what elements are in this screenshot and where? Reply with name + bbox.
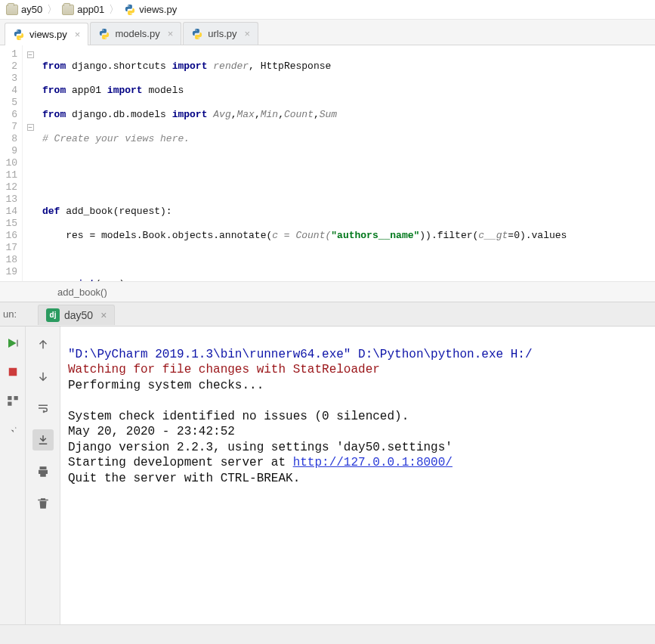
breadcrumb-item-app[interactable]: app01 [59,4,107,15]
console-line: "D:\PyCharm 2019.1.3\bin\runnerw64.exe" … [68,348,533,361]
console-line: System check identified no issues (0 sil… [68,410,409,423]
close-icon[interactable]: × [245,28,251,39]
run-panel: "D:\PyCharm 2019.1.3\bin\runnerw64.exe" … [0,327,655,624]
python-file-icon [124,4,136,16]
rerun-button[interactable] [2,333,23,354]
status-bar [0,624,655,644]
breadcrumb-label: ay50 [21,4,42,15]
svg-rect-3 [8,402,11,406]
close-icon[interactable]: × [168,28,174,39]
run-side-toolbar-left [0,327,26,624]
folder-icon [62,5,74,15]
trash-button[interactable] [32,493,54,514]
run-title: un: [0,302,38,326]
arrow-down-button[interactable] [32,366,54,387]
run-side-toolbar-right [26,327,60,624]
fold-marker-icon[interactable]: − [27,124,34,131]
close-icon[interactable]: × [75,29,81,40]
breadcrumb-item-project[interactable]: ay50 [3,4,45,15]
breadcrumb-item-file[interactable]: views.py [121,4,180,16]
context-label: add_book() [57,286,107,298]
print-button[interactable] [32,461,54,482]
code-area[interactable]: from django.shortcuts import render, Htt… [38,45,655,281]
console-line: Starting development server at http://12… [68,456,453,469]
tab-urls[interactable]: urls.py × [183,22,258,45]
console-line: Quit the server with CTRL-BREAK. [68,472,300,485]
editor-tabs: views.py × models.py × urls.py × [0,20,655,45]
breadcrumb[interactable]: ay50 〉 app01 〉 views.py [0,0,655,20]
run-panel-header: un: dj day50 × [0,302,655,327]
django-icon: dj [46,308,60,322]
python-file-icon [191,28,203,40]
arrow-up-button[interactable] [32,334,54,355]
svg-rect-0 [8,368,17,376]
code-editor[interactable]: 123 456 789 101112 131415 161718 19 − − … [0,45,655,281]
tab-models[interactable]: models.py × [90,22,181,45]
line-number-gutter: 123 456 789 101112 131415 161718 19 [0,45,23,281]
python-file-icon [98,28,110,40]
tab-label: views.py [29,29,67,40]
pin-button[interactable] [2,419,23,440]
close-icon[interactable]: × [100,309,107,321]
run-tab-day50[interactable]: dj day50 × [38,305,115,325]
console-line: Performing system checks... [68,379,264,392]
fold-gutter[interactable]: − − [23,45,38,281]
context-info[interactable]: add_book() [0,281,655,302]
svg-rect-2 [14,396,17,400]
breadcrumb-label: app01 [77,4,104,15]
soft-wrap-button[interactable] [32,398,54,419]
server-url-link[interactable]: http://127.0.0.1:8000/ [293,456,453,469]
chevron-right-icon: 〉 [45,3,59,17]
scroll-to-end-button[interactable] [32,429,54,450]
svg-rect-1 [8,396,11,400]
tab-label: urls.py [208,28,236,39]
run-tab-label: day50 [64,309,93,321]
console-output[interactable]: "D:\PyCharm 2019.1.3\bin\runnerw64.exe" … [60,327,655,624]
breadcrumb-label: views.py [139,4,177,15]
console-line: Watching for file changes with StatReloa… [68,363,380,376]
tab-views[interactable]: views.py × [5,23,88,45]
folder-icon [6,5,18,15]
console-line: May 20, 2020 - 23:42:52 [68,425,235,438]
fold-marker-icon[interactable]: − [27,51,34,58]
layout-button[interactable] [2,390,23,411]
console-line: Django version 2.2.3, using settings 'da… [68,441,453,454]
stop-button[interactable] [2,361,23,382]
tab-label: models.py [115,28,159,39]
chevron-right-icon: 〉 [107,3,121,17]
python-file-icon [13,29,25,41]
